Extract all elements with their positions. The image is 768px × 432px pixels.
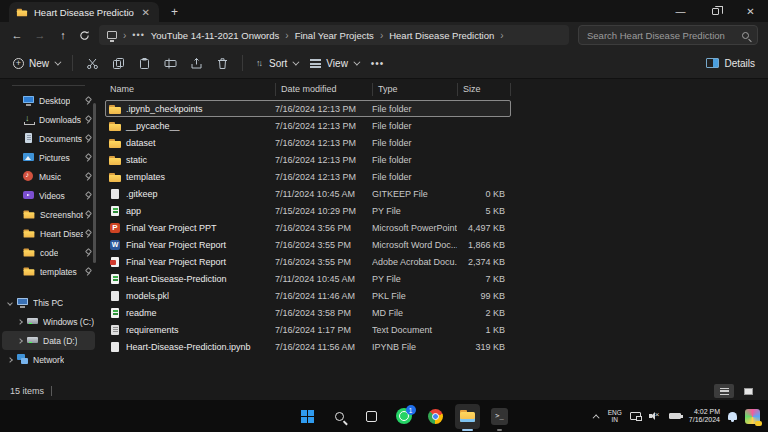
battery-icon[interactable] <box>669 413 681 419</box>
column-header-name[interactable]: Name <box>105 83 275 96</box>
text-file-icon <box>109 324 121 336</box>
sidebar-item-windows-c[interactable]: Windows (C:) <box>0 312 97 331</box>
sidebar-scrollbar[interactable] <box>93 103 96 263</box>
table-row[interactable]: readme 7/16/2024 3:58 PM MD File 2 KB <box>105 304 511 321</box>
command-toolbar: + New ↑↓ <box>0 48 768 79</box>
start-button[interactable] <box>295 404 320 429</box>
pin-icon <box>84 192 92 200</box>
terminal-button[interactable]: >_ <box>487 404 512 429</box>
copy-icon[interactable] <box>112 57 125 70</box>
colorful-app-icon[interactable] <box>745 409 760 424</box>
window-controls: — ✕ <box>663 0 768 22</box>
notifications-bell-icon[interactable] <box>728 412 737 420</box>
chevron-right-icon[interactable] <box>17 319 23 325</box>
new-tab-button[interactable]: + <box>171 5 178 19</box>
chevron-right-icon: › <box>123 30 126 41</box>
address-bar[interactable]: › ••• YouTube 14-11-2021 Onwords › Final… <box>99 25 569 45</box>
breadcrumb[interactable]: YouTube 14-11-2021 Onwords <box>151 30 280 41</box>
table-row[interactable]: Heart-Disease-Prediction 7/11/2024 10:45… <box>105 270 511 287</box>
file-explorer-button[interactable] <box>455 404 480 429</box>
table-row[interactable]: .gitkeep 7/11/2024 10:45 AM GITKEEP File… <box>105 185 511 202</box>
explorer-tab[interactable]: Heart Disease Prediction ✕ <box>9 2 159 22</box>
sidebar-item-desktop[interactable]: Desktop <box>0 91 97 110</box>
share-icon[interactable] <box>190 57 203 70</box>
sidebar-item-documents[interactable]: Documents <box>0 129 97 148</box>
clock[interactable]: 4:02 PM 7/16/2024 <box>689 408 720 425</box>
back-button[interactable]: ← <box>10 29 24 41</box>
chevron-right-icon[interactable] <box>7 357 13 363</box>
table-row[interactable]: app 7/15/2024 10:29 PM PY File 5 KB <box>105 202 511 219</box>
folder-icon <box>24 267 35 277</box>
sidebar-item-heart-disease[interactable]: Heart Disease <box>0 224 97 243</box>
task-view-button[interactable] <box>359 404 384 429</box>
details-pane-button[interactable]: Details <box>706 58 755 69</box>
table-row[interactable]: Heart-Disease-Prediction.ipynb 7/16/2024… <box>105 338 511 355</box>
sidebar-item-downloads[interactable]: Downloads <box>0 110 97 129</box>
volume-muted-icon[interactable] <box>649 412 661 421</box>
chevron-down-icon[interactable] <box>7 300 13 306</box>
whatsapp-button[interactable]: 1 <box>391 404 416 429</box>
language-indicator[interactable]: ENG IN <box>608 409 622 423</box>
sidebar-item-videos[interactable]: Videos <box>0 186 97 205</box>
folder-icon <box>24 229 35 239</box>
file-rows: .ipynb_checkpoints 7/16/2024 12:13 PM Fi… <box>105 100 768 355</box>
minimize-button[interactable]: — <box>663 0 698 22</box>
forward-button[interactable]: → <box>33 29 47 41</box>
column-header-size[interactable]: Size <box>457 83 511 96</box>
desktop-icon <box>23 95 34 106</box>
table-row[interactable]: .ipynb_checkpoints 7/16/2024 12:13 PM Fi… <box>105 100 511 117</box>
close-button[interactable]: ✕ <box>733 0 768 22</box>
breadcrumb-overflow-icon[interactable]: ••• <box>132 30 144 40</box>
column-header-date[interactable]: Date modified <box>275 83 372 96</box>
sidebar-item-pictures[interactable]: Pictures <box>0 148 97 167</box>
delete-icon[interactable] <box>216 57 229 70</box>
restore-button[interactable] <box>698 0 733 22</box>
search-placeholder: Search Heart Disease Prediction <box>587 30 742 41</box>
taskbar-search-button[interactable] <box>327 404 352 429</box>
table-row[interactable]: models.pkl 7/16/2024 11:46 AM PKL File 9… <box>105 287 511 304</box>
table-row[interactable]: Final Year Project Report 7/16/2024 3:55… <box>105 236 511 253</box>
tab-title: Heart Disease Prediction <box>34 7 134 18</box>
column-header-type[interactable]: Type <box>372 83 457 96</box>
chrome-button[interactable] <box>423 404 448 429</box>
tab-close-icon[interactable]: ✕ <box>140 7 152 18</box>
table-row[interactable]: requirements 7/16/2024 1:17 PM Text Docu… <box>105 321 511 338</box>
folder-icon <box>109 154 121 166</box>
refresh-icon[interactable] <box>79 30 90 41</box>
sidebar-item-this-pc[interactable]: This PC <box>0 293 97 312</box>
view-button[interactable]: View <box>310 58 358 69</box>
new-button[interactable]: + New <box>13 58 59 69</box>
details-view-button[interactable] <box>714 384 734 398</box>
cut-icon[interactable] <box>86 57 99 70</box>
chevron-right-icon[interactable] <box>17 338 23 344</box>
table-row[interactable]: Final Year Project PPT 7/16/2024 3:56 PM… <box>105 219 511 236</box>
table-row[interactable]: static 7/16/2024 12:13 PM File folder <box>105 151 511 168</box>
search-icon <box>742 32 749 39</box>
table-row[interactable]: templates 7/16/2024 12:13 PM File folder <box>105 168 511 185</box>
screen: Heart Disease Prediction ✕ + — ✕ ← → ↑ ›… <box>0 0 768 432</box>
cast-icon[interactable] <box>630 412 641 420</box>
search-box[interactable]: Search Heart Disease Prediction <box>578 25 758 45</box>
table-row[interactable]: __pycache__ 7/16/2024 12:13 PM File fold… <box>105 117 511 134</box>
sidebar-item-code[interactable]: code <box>0 243 97 262</box>
breadcrumb[interactable]: Heart Disease Prediction <box>389 30 494 41</box>
chevron-down-icon <box>54 58 61 65</box>
sidebar-item-music[interactable]: Music <box>0 167 97 186</box>
paste-icon[interactable] <box>138 57 151 70</box>
more-options-button[interactable]: ••• <box>371 58 385 69</box>
folder-icon <box>109 137 121 149</box>
items-count: 15 items <box>10 386 44 396</box>
up-button[interactable]: ↑ <box>56 29 70 41</box>
sidebar-item-templates[interactable]: templates <box>0 262 97 281</box>
sort-button[interactable]: ↑↓ Sort <box>256 58 297 69</box>
breadcrumb[interactable]: Final Year Projects <box>295 30 374 41</box>
rename-icon[interactable] <box>164 57 177 70</box>
thumbnails-view-button[interactable] <box>738 384 758 398</box>
taskbar: 1 >_ ENG IN 4:02 PM 7/16/2024 <box>0 400 768 432</box>
sidebar-item-screenshots[interactable]: Screenshots <box>0 205 97 224</box>
sidebar-item-network[interactable]: Network <box>0 350 97 369</box>
table-row[interactable]: dataset 7/16/2024 12:13 PM File folder <box>105 134 511 151</box>
sidebar-item-data-d[interactable]: Data (D:) <box>2 331 95 350</box>
tray-overflow-icon[interactable] <box>592 414 599 421</box>
table-row[interactable]: Final Year Project Report 7/16/2024 3:55… <box>105 253 511 270</box>
